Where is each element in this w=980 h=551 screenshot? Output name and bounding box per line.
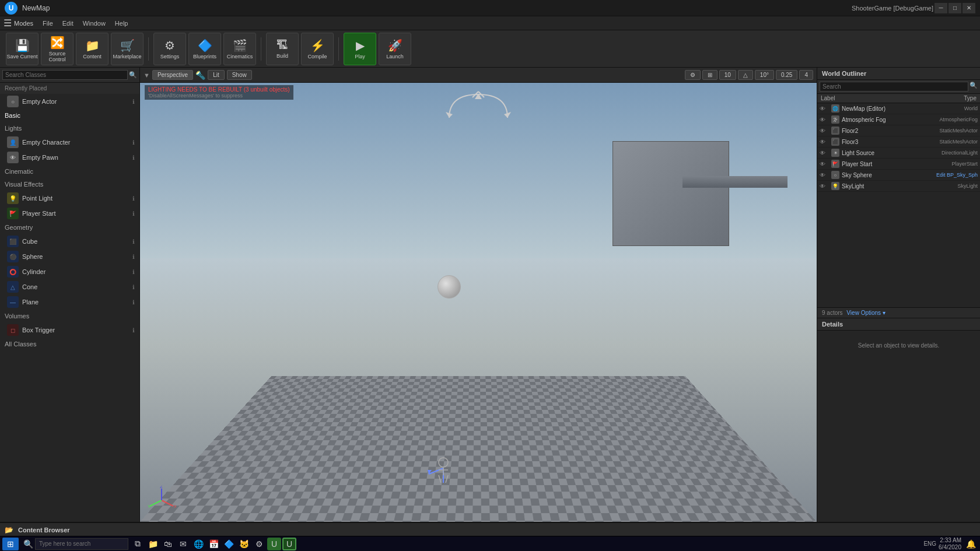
category-basic[interactable]: Basic [0, 109, 139, 122]
taskbar-vs[interactable]: 🔷 [222, 538, 236, 550]
blueprints-label: Blueprints [193, 54, 216, 59]
build-button[interactable]: 🏗 Build [266, 33, 299, 65]
taskbar-calendar[interactable]: 📅 [206, 538, 220, 550]
source-control-button[interactable]: 🔀 Source Control [41, 33, 74, 65]
taskbar-settings[interactable]: ⚙ [252, 538, 266, 550]
menu-help[interactable]: Help [110, 19, 133, 28]
visibility-icon: 👁 [820, 161, 829, 167]
box-trigger-label: Box Trigger [22, 327, 129, 334]
empty-character-icon: 👤 [7, 136, 19, 148]
outliner-row-light-source[interactable]: 👁 ☀ Light Source DirectionalLight [817, 148, 980, 159]
actor-item-point-light[interactable]: 💡 Point Light ℹ [0, 191, 139, 206]
taskbar-quick-launch: ⧉ 📁 🛍 ✉ 🌐 📅 🔷 🐱 ⚙ U U [131, 538, 296, 550]
actor-item-plane[interactable]: — Plane ℹ [0, 294, 139, 310]
actor-item-box-trigger[interactable]: ◻ Box Trigger ℹ [0, 322, 139, 338]
save-current-button[interactable]: 💾 Save Current [6, 33, 38, 65]
actor-item-empty-actor[interactable]: ○ Empty Actor ℹ [0, 94, 139, 109]
category-lights[interactable]: Lights [0, 122, 139, 135]
menu-window[interactable]: Window [78, 19, 110, 28]
row-type: AtmosphericFog [939, 117, 978, 122]
viewport-angle-button[interactable]: △ [738, 70, 753, 80]
lit-button[interactable]: Lit [208, 70, 225, 80]
viewport-grid-value[interactable]: 10 [719, 70, 736, 80]
taskbar-chrome[interactable]: 🌐 [191, 538, 205, 550]
perspective-button[interactable]: Perspective [152, 70, 193, 80]
compile-button[interactable]: ⚡ Compile [301, 33, 334, 65]
source-control-icon: 🔀 [50, 36, 65, 50]
outliner-row-newmap[interactable]: 👁 🌐 NewMap (Editor) World [817, 103, 980, 114]
viewport-settings-button[interactable]: ⚙ [685, 70, 701, 80]
search-classes-icon: 🔍 [129, 71, 137, 79]
actors-count: 9 actors View Options ▾ [817, 307, 980, 318]
viewport-angle-value[interactable]: 10° [755, 70, 774, 80]
category-visual-effects[interactable]: Visual Effects [0, 178, 139, 191]
actor-item-sphere[interactable]: ⚫ Sphere ℹ [0, 249, 139, 264]
window-controls: ShooterGame [DebugGame] ─ □ ✕ [385, 3, 975, 13]
outliner-row-floor2[interactable]: 👁 ⬛ Floor2 StaticMeshActor [817, 125, 980, 136]
blueprints-icon: 🔷 [198, 38, 212, 52]
wall-geometry [612, 141, 729, 246]
taskbar-store[interactable]: 🛍 [161, 538, 175, 550]
category-all-classes[interactable]: All Classes [0, 338, 139, 350]
outliner-col-type[interactable]: Type [960, 94, 980, 103]
viewport[interactable]: LIGHTING NEEDS TO BE REBUILT (3 unbuilt … [140, 83, 817, 522]
viewport-scale-value[interactable]: 0.25 [776, 70, 797, 80]
details-empty-message: Select an object to view details. [817, 331, 980, 360]
view-options-link[interactable]: View Options ▾ [846, 310, 886, 316]
actor-item-cylinder[interactable]: ⭕ Cylinder ℹ [0, 264, 139, 279]
category-volumes[interactable]: Volumes [0, 310, 139, 322]
settings-icon: ⚙ [164, 38, 175, 52]
cylinder-icon: ⭕ [7, 266, 19, 278]
outliner-row-skylight[interactable]: 👁 💡 SkyLight SkyLight [817, 181, 980, 192]
visibility-icon: 👁 [820, 139, 829, 145]
actor-item-empty-pawn[interactable]: 👁 Empty Pawn ℹ [0, 150, 139, 165]
taskbar-clock: 2:33 AM 6/4/2020 [939, 537, 961, 551]
maximize-button[interactable]: □ [949, 3, 961, 13]
actor-item-empty-character[interactable]: 👤 Empty Character ℹ [0, 135, 139, 150]
outliner-row-atmospheric-fog[interactable]: 👁 🌫 Atmospheric Fog AtmosphericFog [817, 114, 980, 125]
actor-item-player-start[interactable]: 🚩 Player Start ℹ [0, 206, 139, 221]
cone-label: Cone [22, 283, 129, 290]
viewport-camera-speed[interactable]: 4 [799, 70, 813, 80]
taskbar-ue4-2[interactable]: U [282, 538, 296, 550]
plane-icon: — [7, 296, 19, 308]
marketplace-icon: 🛒 [120, 38, 135, 52]
outliner-col-label[interactable]: Label [817, 94, 960, 103]
row-type-icon: ○ [831, 171, 839, 179]
cinematics-button[interactable]: 🎬 Cinematics [223, 33, 256, 65]
viewport-grid-button[interactable]: ⊞ [702, 70, 718, 80]
taskbar-github[interactable]: 🐱 [237, 538, 251, 550]
show-button[interactable]: Show [227, 70, 252, 80]
settings-button[interactable]: ⚙ Settings [153, 33, 186, 65]
category-cinematic[interactable]: Cinematic [0, 165, 139, 178]
actor-item-cone[interactable]: △ Cone ℹ [0, 279, 139, 294]
outliner-row-sky-sphere[interactable]: 👁 ○ Sky Sphere Edit BP_Sky_Sph [817, 170, 980, 181]
category-geometry[interactable]: Geometry [0, 221, 139, 234]
launch-button[interactable]: 🚀 Launch [379, 33, 411, 65]
menu-file[interactable]: File [38, 19, 58, 28]
taskbar-search-input[interactable] [35, 538, 128, 550]
start-button[interactable]: ⊞ [2, 538, 19, 550]
search-classes-input[interactable] [2, 70, 128, 80]
taskbar-ue4[interactable]: U [267, 538, 281, 550]
blueprints-button[interactable]: 🔷 Blueprints [188, 33, 221, 65]
outliner-row-floor3[interactable]: 👁 ⬛ Floor3 StaticMeshActor [817, 136, 980, 148]
outliner-row-player-start[interactable]: 👁 🚩 Player Start PlayerStart [817, 159, 980, 170]
visibility-icon: 👁 [820, 172, 829, 178]
menu-edit[interactable]: Edit [58, 19, 78, 28]
content-button[interactable]: 📁 Content [76, 33, 108, 65]
taskbar-task-view[interactable]: ⧉ [131, 538, 145, 550]
actor-count-label: 9 actors [822, 310, 843, 316]
minimize-button[interactable]: ─ [935, 3, 947, 13]
taskbar-file-explorer[interactable]: 📁 [146, 538, 160, 550]
taskbar-mail[interactable]: ✉ [176, 538, 190, 550]
taskbar-lang: ENG [923, 541, 936, 547]
svg-text:Z: Z [160, 486, 163, 489]
play-button[interactable]: ▶ Play [344, 33, 376, 65]
actor-item-cube[interactable]: ⬛ Cube ℹ [0, 234, 139, 249]
notification-icon[interactable]: 🔔 [964, 538, 978, 550]
outliner-search-input[interactable] [820, 82, 968, 92]
close-button[interactable]: ✕ [963, 3, 975, 13]
marketplace-button[interactable]: 🛒 Marketplace [111, 33, 144, 65]
perspective-dropdown-icon: ▼ [144, 72, 150, 79]
